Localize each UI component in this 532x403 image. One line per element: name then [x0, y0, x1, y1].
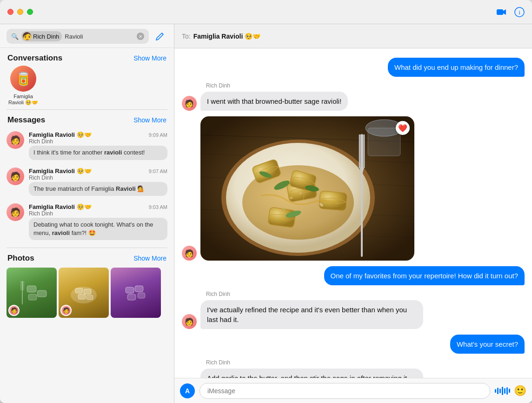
compose-button[interactable]	[153, 29, 167, 44]
message-preview-text-3: Debating what to cook tonight. What's on…	[29, 218, 167, 240]
chat-recipient-name: Famiglia Ravioli 🥺🤝	[193, 33, 260, 40]
bubble-5: I've actually refined the recipe and it'…	[200, 300, 423, 329]
maximize-button[interactable]	[27, 9, 33, 15]
conversations-show-more-button[interactable]: Show More	[133, 54, 166, 62]
svg-rect-15	[126, 287, 134, 293]
photo-thumb-2[interactable]: 🧑	[59, 268, 109, 318]
message-avatar-2: 🧑	[7, 168, 24, 185]
message-preview-2[interactable]: 🧑 Famiglia Ravioli 🥺🤝 9:07 AM Rich Dinh …	[0, 164, 174, 200]
conversation-famiglia-ravioli[interactable]: 🥫 FamigliaRavioli 🥺🤝	[5, 66, 42, 106]
audio-record-button[interactable]	[495, 387, 510, 395]
image-bubble-3: ❤️	[200, 116, 414, 261]
messages-heading: Messages	[7, 115, 45, 125]
bubble-text-4: One of my favorites from your repertoire…	[331, 272, 519, 280]
contact-chip: 🧑 Rich Dinh	[21, 31, 62, 41]
video-call-button[interactable]	[497, 8, 507, 16]
bubble-text-7: Add garlic to the butter, and then stir …	[207, 374, 407, 378]
contact-avatar-emoji: 🧑	[23, 32, 31, 40]
message-group-name-1: Famiglia Ravioli 🥺🤝	[29, 131, 92, 138]
photo-thumb-1[interactable]: 🧑	[7, 268, 57, 318]
minimize-button[interactable]	[17, 9, 23, 15]
bubble-avatar-2: 🧑	[182, 96, 197, 111]
photo-badge-2: 🧑	[60, 305, 72, 316]
messages-section: Messages Show More 🧑 Famiglia Ravioli 🥺🤝…	[0, 110, 174, 248]
message-sender-1: Rich Dinh	[29, 138, 167, 145]
waveform-bar-1	[495, 389, 496, 393]
svg-text:i: i	[519, 8, 520, 15]
photo-badge-1: 🧑	[8, 305, 20, 316]
chat-recipient-info: To: Famiglia Ravioli 🥺🤝	[182, 33, 260, 40]
bubble-group-2: Rich Dinh I went with that browned-butte…	[200, 82, 348, 111]
bubble-sender-7: Rich Dinh	[200, 359, 423, 366]
svg-rect-17	[127, 294, 136, 300]
sidebar: 🔍 🧑 Rich Dinh Ravioli ✕	[0, 24, 174, 403]
messages-section-header: Messages Show More	[0, 110, 174, 128]
input-actions: 🙂	[495, 385, 526, 397]
conversation-avatar: 🥫	[10, 66, 36, 92]
svg-rect-18	[138, 293, 145, 298]
bubble-group-5: Rich Dinh I've actually refined the reci…	[200, 291, 423, 329]
svg-rect-13	[78, 294, 86, 299]
contact-chip-avatar: 🧑	[23, 32, 31, 40]
message-content-1: Famiglia Ravioli 🥺🤝 9:09 AM Rich Dinh I …	[29, 131, 167, 160]
bubble-4: One of my favorites from your repertoire…	[324, 266, 525, 285]
bubble-avatar-5: 🧑	[182, 314, 197, 329]
conversation-name: FamigliaRavioli 🥺🤝	[8, 94, 38, 106]
svg-rect-11	[75, 288, 83, 293]
search-text: Ravioli	[65, 33, 83, 40]
message-row-7: 🧑 Rich Dinh Add garlic to the butter, an…	[182, 359, 525, 378]
photo-thumb-3[interactable]	[111, 268, 161, 318]
photos-section: Photos Show More	[0, 248, 174, 324]
waveform-bar-5	[504, 388, 505, 394]
bubble-sender-2: Rich Dinh	[200, 82, 348, 89]
message-preview-text-2: The true matriarch of Famiglia Ravioli 💁	[29, 182, 167, 196]
bubble-text-1: What did you end up making for dinner?	[394, 63, 518, 71]
bubble-text-6: What's your secret?	[457, 340, 518, 348]
message-time-2: 9:07 AM	[149, 168, 167, 174]
bubble-1: What did you end up making for dinner?	[388, 58, 525, 77]
messages-show-more-button[interactable]: Show More	[133, 116, 166, 124]
title-bar: i	[0, 0, 532, 24]
search-icon: 🔍	[11, 33, 19, 40]
photos-show-more-button[interactable]: Show More	[133, 255, 166, 262]
bubble-group-3: ❤️	[200, 116, 414, 261]
waveform-bar-6	[506, 387, 508, 395]
conversations-section-header: Conversations Show More	[0, 48, 174, 66]
waveform-bar-7	[509, 389, 510, 393]
chat-area: To: Famiglia Ravioli 🥺🤝 What did you end…	[174, 24, 532, 403]
message-input[interactable]	[200, 383, 490, 399]
search-clear-button[interactable]: ✕	[137, 33, 144, 40]
info-button[interactable]: i	[514, 7, 525, 17]
reaction-badge-3: ❤️	[396, 121, 410, 135]
app-store-button[interactable]: A	[180, 383, 195, 398]
message-preview-1[interactable]: 🧑 Famiglia Ravioli 🥺🤝 9:09 AM Rich Dinh …	[0, 128, 174, 163]
emoji-button[interactable]: 🙂	[514, 385, 526, 397]
search-bar[interactable]: 🔍 🧑 Rich Dinh Ravioli ✕	[7, 29, 149, 44]
waveform-bar-2	[497, 388, 499, 394]
conversations-list: 🥫 FamigliaRavioli 🥺🤝	[0, 66, 174, 109]
messages-list: What did you end up making for dinner? 🧑…	[174, 48, 532, 378]
photos-heading: Photos	[7, 254, 34, 263]
svg-rect-14	[86, 295, 93, 300]
bubble-avatar-3: 🧑	[182, 246, 197, 261]
conversation-avatar-emoji: 🥫	[15, 71, 32, 87]
svg-rect-12	[84, 289, 91, 294]
message-content-2: Famiglia Ravioli 🥺🤝 9:07 AM Rich Dinh Th…	[29, 168, 167, 196]
bubble-group-1: What did you end up making for dinner?	[388, 58, 525, 77]
bubble-text-5: I've actually refined the recipe and it'…	[207, 306, 407, 323]
message-avatar-1: 🧑	[7, 131, 24, 149]
photo-image-3	[111, 268, 161, 318]
message-row-1: What did you end up making for dinner?	[182, 58, 525, 77]
bubble-group-4: One of my favorites from your repertoire…	[324, 266, 525, 285]
message-time-1: 9:09 AM	[149, 132, 167, 138]
message-preview-3[interactable]: 🧑 Famiglia Ravioli 🥺🤝 9:03 AM Rich Dinh …	[0, 200, 174, 244]
svg-rect-16	[135, 286, 143, 292]
close-button[interactable]	[7, 9, 13, 15]
bubble-2: I went with that browned-butter sage rav…	[200, 92, 348, 111]
to-label: To:	[182, 33, 191, 40]
message-preview-text-1: I think it's time for another ravioli co…	[29, 146, 167, 160]
photos-grid: 🧑 🧑	[0, 266, 174, 320]
bubble-6: What's your secret?	[450, 335, 525, 354]
waveform-bar-4	[502, 387, 503, 395]
message-content-3: Famiglia Ravioli 🥺🤝 9:03 AM Rich Dinh De…	[29, 203, 167, 240]
